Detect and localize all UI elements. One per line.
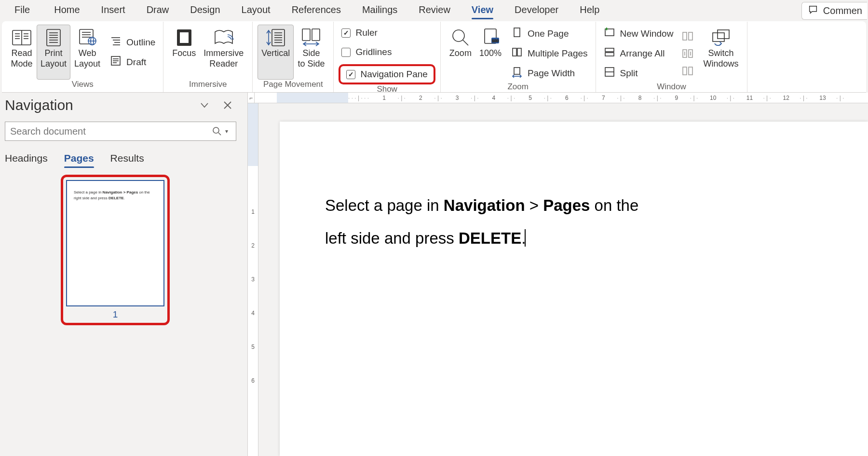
read-mode-button[interactable]: Read Mode <box>7 25 37 80</box>
nav-search-input[interactable] <box>5 126 209 137</box>
page-width-button[interactable]: Page Width <box>508 64 591 82</box>
search-dropdown-icon[interactable]: ▾ <box>225 128 236 135</box>
read-mode-icon <box>12 28 32 48</box>
side-to-side-label: Side to Side <box>298 48 325 69</box>
doc-text: left side and press <box>325 229 459 247</box>
comments-button[interactable]: Commen <box>801 2 867 20</box>
search-icon[interactable] <box>209 126 225 136</box>
outline-label: Outline <box>126 37 155 48</box>
v-ruler-margin <box>248 103 258 166</box>
gridlines-checkbox[interactable]: Gridlines <box>339 45 435 59</box>
arrange-all-button[interactable]: Arrange All <box>601 44 677 62</box>
svg-point-70 <box>213 127 219 133</box>
vertical-button[interactable]: Vertical <box>258 25 294 80</box>
one-page-label: One Page <box>528 28 569 39</box>
checkbox-icon <box>341 48 351 57</box>
tab-developer[interactable]: Developer <box>504 1 569 20</box>
svg-line-71 <box>218 133 221 135</box>
nav-search[interactable]: ▾ <box>5 122 236 141</box>
svg-rect-39 <box>312 29 320 41</box>
split-label: Split <box>620 68 638 79</box>
vertical-ruler[interactable]: 1 2 3 4 5 6 <box>248 103 258 456</box>
multiple-pages-button[interactable]: Multiple Pages <box>508 44 591 62</box>
nav-collapse-button[interactable] <box>196 97 213 114</box>
outline-button[interactable]: Outline <box>107 33 158 51</box>
reset-window-icon[interactable] <box>682 66 693 78</box>
thumb-text: right side and press <box>74 196 108 200</box>
tab-design[interactable]: Design <box>179 1 231 20</box>
nav-tab-results[interactable]: Results <box>110 152 144 168</box>
thumb-text-bold: Navigation > Pages <box>103 190 138 194</box>
hundred-percent-button[interactable]: 100 100% <box>475 25 505 82</box>
split-button[interactable]: Split <box>601 64 677 82</box>
zoom-button[interactable]: Zoom <box>446 25 475 82</box>
page-thumbnail[interactable]: Select a page in Navigation > Pages on t… <box>66 180 164 306</box>
ribbon-group-immersive: Focus Immersive Reader Immersive <box>163 22 253 92</box>
navigation-title: Navigation <box>5 97 196 113</box>
svg-rect-59 <box>689 32 692 40</box>
ruler-checkbox[interactable]: Ruler <box>339 26 435 40</box>
tab-mailings[interactable]: Mailings <box>352 1 408 20</box>
outline-icon <box>110 35 122 49</box>
svg-rect-47 <box>513 48 516 56</box>
vertical-label: Vertical <box>261 48 290 58</box>
immersive-reader-button[interactable]: Immersive Reader <box>200 25 247 80</box>
focus-button[interactable]: Focus <box>168 25 200 80</box>
one-page-button[interactable]: One Page <box>508 25 591 42</box>
thumb-text: . <box>124 196 125 200</box>
thumb-text: on the <box>138 190 149 194</box>
side-to-side-icon <box>300 28 322 48</box>
tab-home[interactable]: Home <box>43 1 90 20</box>
new-window-icon <box>604 27 615 41</box>
svg-point-41 <box>453 30 464 41</box>
h-ruler-margin <box>277 93 348 103</box>
navigation-pane: Navigation ▾ Headings Pages Results Sele… <box>0 93 241 456</box>
switch-windows-button[interactable]: Switch Windows <box>699 25 742 82</box>
view-side-by-side-icon[interactable] <box>682 31 693 43</box>
sync-scroll-icon[interactable] <box>682 49 693 60</box>
new-window-button[interactable]: New Window <box>601 25 677 42</box>
document-page[interactable]: Select a page in Navigation > Pages on t… <box>280 122 868 456</box>
svg-rect-30 <box>180 32 189 43</box>
web-layout-button[interactable]: Web Layout <box>70 25 104 80</box>
horizontal-ruler[interactable]: ⌐ · · · | · · · 1 · | · 2 · | · 3 · | · … <box>248 93 868 103</box>
doc-text-bold: Pages <box>543 196 590 214</box>
navigation-pane-checkbox[interactable]: Navigation Pane <box>343 67 430 82</box>
tab-review[interactable]: Review <box>408 1 461 20</box>
immersive-reader-icon <box>213 28 234 48</box>
hundred-percent-label: 100% <box>479 48 502 58</box>
nav-close-button[interactable] <box>219 97 236 114</box>
tab-insert[interactable]: Insert <box>91 1 136 20</box>
ribbon-group-window: New Window Arrange All Split <box>596 22 748 92</box>
immersive-group-label: Immersive <box>168 80 247 92</box>
nav-tab-pages[interactable]: Pages <box>64 152 94 168</box>
ribbon-group-zoom: Zoom 100 100% One Page Multiple Pages <box>441 22 596 92</box>
navigation-header: Navigation <box>5 97 236 114</box>
tab-draw[interactable]: Draw <box>136 1 180 20</box>
h-ruler-marks: · · · | · · · 1 · | · 2 · | · 3 · | · 4 … <box>348 95 846 101</box>
comment-icon <box>808 4 818 17</box>
side-to-side-button[interactable]: Side to Side <box>294 25 328 80</box>
ribbon-group-show: Ruler Gridlines Navigation Pane Show <box>334 22 440 92</box>
tab-view[interactable]: View <box>461 1 504 20</box>
tab-references[interactable]: References <box>281 1 352 20</box>
nav-tab-headings[interactable]: Headings <box>5 152 48 168</box>
tab-help[interactable]: Help <box>569 1 610 20</box>
doc-text-bold: DELETE <box>459 229 521 247</box>
print-layout-label: Print Layout <box>41 48 67 69</box>
draft-button[interactable]: Draft <box>107 53 158 71</box>
switch-windows-label: Switch Windows <box>703 48 738 69</box>
nav-tabs: Headings Pages Results <box>5 152 236 168</box>
svg-rect-66 <box>713 33 724 41</box>
doc-text: on the <box>590 196 638 214</box>
tab-file[interactable]: File <box>1 1 43 20</box>
print-layout-button[interactable]: Print Layout <box>37 25 70 80</box>
hundred-percent-icon: 100 <box>481 28 500 48</box>
svg-rect-48 <box>517 48 521 56</box>
tab-layout[interactable]: Layout <box>231 1 281 20</box>
switch-windows-icon <box>711 28 731 48</box>
navigation-pane-highlight: Navigation Pane <box>339 64 435 84</box>
ribbon: Read Mode Print Layout Web Layout Outlin… <box>2 21 866 93</box>
body-row: Navigation ▾ Headings Pages Results Sele… <box>0 93 868 456</box>
focus-label: Focus <box>172 48 196 58</box>
